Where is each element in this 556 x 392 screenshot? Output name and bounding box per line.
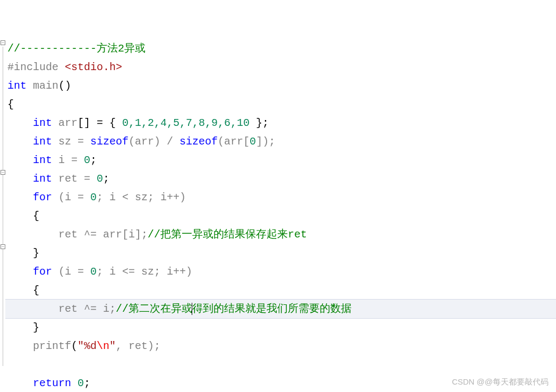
expr: (i = (52, 266, 90, 278)
fold-marker-icon[interactable]: − (1, 170, 5, 175)
brackets: [] = { (78, 117, 122, 129)
fold-marker-icon[interactable]: − (1, 40, 5, 45)
indent (7, 191, 33, 203)
semicolon: ; (103, 173, 109, 185)
fold-gutter: − − − (0, 0, 6, 392)
brace: { (7, 98, 14, 110)
indent (7, 154, 33, 166)
number-literal: 0 (90, 191, 97, 203)
string-quote: " (109, 340, 116, 352)
space (71, 377, 78, 389)
brace: { (7, 284, 39, 296)
current-line-highlight: ret ^= i;//第二次在异或得到的结果就是我们所需要的数据 (5, 299, 556, 319)
keyword-sizeof: sizeof (90, 135, 129, 148)
keyword-int: int (33, 173, 52, 185)
brace: } (7, 247, 39, 259)
parens: () (58, 80, 71, 92)
number-literal: 0 (250, 135, 256, 148)
keyword-int: int (33, 117, 52, 129)
brace: } (7, 321, 39, 334)
identifier: i = (52, 154, 84, 166)
comment-text: //------------方法2异或 (7, 42, 146, 55)
keyword-sizeof: sizeof (179, 135, 218, 148)
semicolon: ; (90, 154, 97, 166)
string-quote: " (78, 340, 84, 352)
watermark-text: CSDN @@每天都要敲代码 (452, 375, 549, 389)
comment-text: //把第一异或的结果保存起来ret (148, 228, 307, 241)
code-editor: − − − //------------方法2异或 #include <stdi… (0, 0, 556, 392)
identifier: arr (52, 117, 78, 129)
statement: ret ^= arr[i]; (7, 228, 148, 241)
indent (7, 340, 33, 352)
indent (7, 377, 33, 389)
paren: ( (71, 340, 78, 352)
include-path: <stdio.h> (65, 61, 122, 73)
semicolon: ; (84, 377, 90, 389)
expr: ]); (256, 135, 275, 148)
comment-text: 得到的结果就是我们所需要的数据 (192, 303, 352, 315)
identifier: sz = (52, 135, 90, 148)
expr: (i = (52, 191, 90, 203)
keyword-int: int (33, 135, 52, 148)
expr: ; i < sz; i++) (97, 191, 186, 203)
preprocessor: #include (7, 61, 65, 73)
number-literal: 0 (90, 266, 97, 278)
expr: , ret); (116, 340, 160, 352)
statement: ret ^= i; (7, 303, 116, 315)
keyword-for: for (33, 191, 52, 203)
keyword-return: return (33, 377, 71, 389)
expr: (arr) / (129, 135, 179, 148)
escape-char: \n (97, 340, 109, 352)
function-name: main (27, 80, 58, 92)
indent (7, 117, 33, 129)
expr: (arr[ (218, 135, 250, 148)
keyword-for: for (33, 266, 52, 278)
fold-line (3, 47, 3, 366)
number-literal: 0,1,2,4,5,7,8,9,6,10 (122, 117, 250, 129)
fold-marker-icon[interactable]: − (1, 244, 5, 249)
indent (7, 173, 33, 185)
identifier: ret = (52, 173, 97, 185)
brace: { (7, 210, 39, 222)
number-literal: 0 (78, 377, 84, 389)
number-literal: 0 (97, 173, 103, 185)
keyword-int: int (33, 154, 52, 166)
number-literal: 0 (84, 154, 90, 166)
expr: ; i <= sz; i++) (97, 266, 192, 278)
indent (7, 135, 33, 148)
format-spec: %d (84, 340, 97, 352)
indent (7, 266, 33, 278)
comment-text: //第二次在异或 (116, 303, 192, 315)
function-call: printf (33, 340, 71, 352)
brackets: }; (250, 117, 269, 129)
